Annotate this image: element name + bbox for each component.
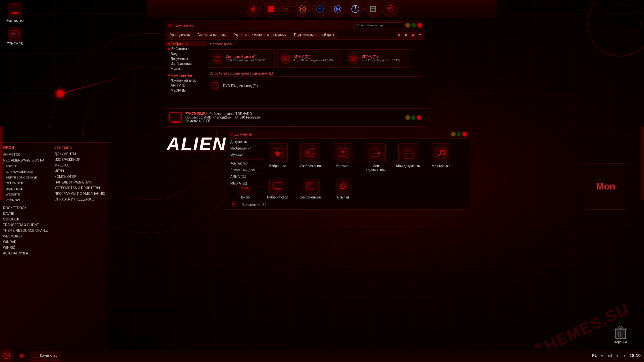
- menu-transpera[interactable]: TRANSPERA 3 CLIENT: [0, 222, 52, 228]
- menu-rocketdock[interactable]: ROCKETDOCK: [0, 205, 52, 211]
- dropdown-item-ddrive[interactable]: ARHIV(D:): [227, 174, 265, 180]
- desktop-icon-computer[interactable]: Компьютер: [3, 3, 27, 22]
- menu-strdock[interactable]: STRDOCK: [0, 216, 52, 222]
- explorer-minimize-btn[interactable]: [405, 23, 410, 28]
- toolbar-btn-netdrive[interactable]: Подключить сетевой диск: [291, 32, 337, 38]
- icon-mymusic[interactable]: Моя музыка: [426, 142, 456, 173]
- menu-davhe[interactable]: DAVHE: [0, 211, 52, 216]
- sidebar-item-music[interactable]: Музыка: [165, 66, 207, 71]
- view-btn-3[interactable]: ▣: [410, 32, 416, 38]
- icon-saved[interactable]: Сохранённые: [296, 177, 325, 201]
- dropdown-item-edrive[interactable]: MEDIA (E:): [227, 180, 265, 187]
- dock-icon-box[interactable]: [365, 2, 380, 17]
- dock-icon-alien[interactable]: [383, 2, 398, 17]
- menu-alienwarebook[interactable]: ALIENWAREBOOK: [0, 169, 52, 175]
- dropdown-item-cdrive[interactable]: Локальный диск: [227, 167, 265, 174]
- icon-mydocs[interactable]: Мои документы: [394, 142, 423, 173]
- svg-rect-45: [173, 121, 178, 122]
- drive-d[interactable]: ARHIV (D:) 11,4 ГБ свободно из 74,5 ГБ: [277, 49, 342, 68]
- taskbar-item-explorer[interactable]: Компьютер: [30, 351, 61, 361]
- tray-speaker-icon[interactable]: [600, 353, 605, 358]
- menu-winrid[interactable]: WINRID: [0, 245, 52, 250]
- sidebar-item-ddrive[interactable]: ARHIV (D:): [165, 83, 207, 88]
- menu-animetek[interactable]: ANIMETEK: [0, 152, 52, 158]
- drives-grid: Локальный диск (C:) 10,0 ГБ свободно из …: [210, 49, 422, 68]
- icon-desktop[interactable]: Рабочий стол: [263, 177, 292, 201]
- menu-about[interactable]: ABOUT: [0, 163, 52, 169]
- toolbar-btn-sysprops[interactable]: Свойства системы: [195, 32, 229, 38]
- icon-images[interactable]: Изображения: [296, 142, 325, 173]
- menu-right-defaultprograms[interactable]: ПРОГРАММЫ ПО УМОЛЧАНИЮ: [52, 191, 108, 196]
- menu-right-images[interactable]: ИЗОБРАЖЕНИЯ: [52, 157, 108, 163]
- drive-e[interactable]: MEDIA (E:) 14,6 ГБ свободно из 113 ГБ: [345, 49, 410, 68]
- menu-relonder[interactable]: RELONDER: [0, 180, 52, 186]
- menu-uninstall[interactable]: UNINSTALL: [0, 186, 52, 191]
- menu-winrar[interactable]: WINRAR: [0, 239, 52, 245]
- menu-website[interactable]: WEBSITE: [0, 191, 52, 197]
- sidebar-item-images[interactable]: Изображения: [165, 61, 207, 66]
- icon-win-min[interactable]: [451, 132, 456, 137]
- sidebar-item-favorites[interactable]: Избранное: [165, 41, 207, 46]
- icon-contacts[interactable]: Контакты: [328, 142, 358, 173]
- menu-right-games[interactable]: ИГРЫ: [52, 168, 108, 174]
- taskbar-start-btn[interactable]: [0, 349, 13, 362]
- trash-icon-desktop[interactable]: Корзина: [612, 325, 629, 345]
- menu-neo-skin[interactable]: NEO ALIENWARE SKIN PACK: [0, 158, 52, 163]
- desktop-icon-7themes[interactable]: 7T 7THEMES: [3, 27, 27, 46]
- menu-deptreon[interactable]: DEPTREONCONONE: [0, 175, 52, 180]
- view-btn-help[interactable]: ?: [417, 32, 423, 38]
- dvd-item[interactable]: DVD RW дисковод (F:): [210, 79, 422, 93]
- menu-right-computer[interactable]: КОМПЬЮТЕР: [52, 174, 108, 180]
- drive-c[interactable]: Локальный диск (C:) 10,0 ГБ свободно из …: [210, 49, 275, 68]
- view-btn-1[interactable]: ▤: [396, 32, 402, 38]
- sidebar-item-computer[interactable]: Компьютер: [165, 73, 207, 78]
- sidebar-item-cdrive[interactable]: Локальный диск...: [165, 78, 207, 83]
- tray-language[interactable]: RU: [592, 353, 597, 358]
- menu-right-controlpanel[interactable]: ПАНЕЛЬ УПРАВЛЕНИЯ: [52, 180, 108, 185]
- tray-arrow-right-icon[interactable]: [622, 353, 627, 358]
- menu-yednow[interactable]: YEDNOW: [0, 197, 52, 203]
- explorer-search-input[interactable]: [355, 22, 402, 28]
- sysinfo-close-btn[interactable]: [417, 115, 421, 120]
- sidebar-item-libraries[interactable]: Библиотеки: [165, 46, 207, 51]
- dropdown-item-music[interactable]: Музыка: [227, 152, 265, 159]
- tray-arrow-left-icon[interactable]: [615, 353, 620, 358]
- dock-icon-tools[interactable]: [264, 2, 279, 17]
- dropdown-item-computer[interactable]: Компьютер: [227, 160, 265, 167]
- view-btn-2[interactable]: ▦: [403, 32, 409, 38]
- sysinfo-workgroup: TORNADO: [235, 112, 252, 116]
- menu-right-devices[interactable]: УСТРОЙСТВА И ПРИНТЕРЫ: [52, 185, 108, 191]
- status-text: Элементов: 11: [242, 203, 267, 207]
- tray-network-icon[interactable]: [608, 353, 612, 358]
- dropdown-item-images[interactable]: Изображения: [227, 145, 265, 152]
- sidebar-item-edrive[interactable]: MEDIA (E:): [165, 88, 207, 93]
- mymusic-box: [431, 143, 451, 163]
- icon-links[interactable]: Ссылки: [328, 177, 358, 201]
- menu-webmoney[interactable]: WEBMONEY: [0, 233, 52, 239]
- menu-theme-resource[interactable]: THEME RESOURCE CHANGER X86...: [0, 228, 52, 233]
- icon-videos[interactable]: Мои видеозаписи: [361, 142, 390, 173]
- svg-point-37: [285, 58, 286, 59]
- explorer-maximize-btn[interactable]: [411, 23, 416, 28]
- dock-icon-cpu2[interactable]: R: [312, 2, 327, 17]
- sysinfo-min-btn[interactable]: [405, 115, 410, 120]
- menu-autorun[interactable]: АВТОЗАГРУЗКА: [0, 250, 52, 256]
- dropdown-item-docs[interactable]: Документы: [227, 139, 265, 145]
- menu-right-music[interactable]: МУЗЫКА: [52, 163, 108, 168]
- explorer-close-btn[interactable]: [417, 23, 422, 28]
- sidebar-item-video[interactable]: Видео: [165, 51, 207, 56]
- dock-icon-spider[interactable]: [246, 2, 261, 17]
- svg-rect-77: [619, 327, 623, 328]
- dock-icon-clock[interactable]: [348, 2, 363, 17]
- menu-right-help[interactable]: СПРАВКА И ПОДДЕРЖ...: [52, 196, 108, 202]
- icon-win-close[interactable]: [462, 132, 467, 137]
- icon-favorites[interactable]: Избранное: [263, 142, 292, 173]
- sysinfo-max-btn[interactable]: [411, 115, 416, 120]
- dock-icon-cpu3[interactable]: RA: [330, 2, 345, 17]
- sidebar-item-docs[interactable]: Документы: [165, 56, 207, 61]
- dock-icon-cpu1[interactable]: C: [295, 2, 310, 17]
- toolbar-btn-organize[interactable]: Упорядочить: [167, 32, 193, 38]
- icon-win-max[interactable]: [457, 132, 461, 137]
- toolbar-btn-uninstall[interactable]: Удалить или изменить программу: [231, 32, 289, 38]
- menu-right-docs[interactable]: ДОКУМЕНТЫ: [52, 151, 108, 157]
